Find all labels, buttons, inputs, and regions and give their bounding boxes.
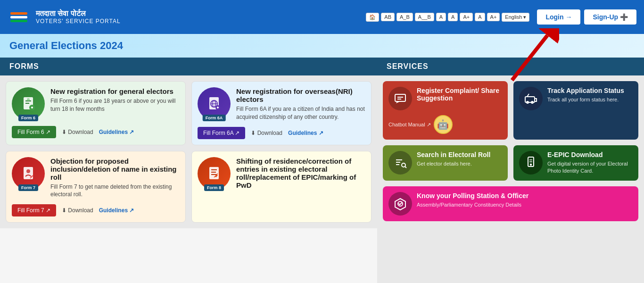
fill-form7-button[interactable]: Fill Form 7 ↗ <box>12 204 56 216</box>
chatbot-note: Chatbot Manual ↗ 🤖 <box>388 115 502 134</box>
svg-rect-19 <box>209 167 219 179</box>
polling-desc: Assembly/Parliamentary Constituency Deta… <box>417 201 528 208</box>
svg-point-34 <box>402 163 405 167</box>
form6-badge: Form 6 <box>18 115 38 121</box>
header-left: मतदाता सेवा पोर्टल VOTERS' SERVICE PORTA… <box>8 6 121 28</box>
forms-section-header: FORMS <box>0 58 377 75</box>
form7-title: Objection for proposed inclusion/deletio… <box>50 157 180 181</box>
form6a-guidelines-link[interactable]: Guidelines ↗ <box>288 130 323 136</box>
hindi-title: मतदाता सेवा पोर्टल <box>36 9 121 18</box>
contrast-btn-3[interactable]: A__B <box>415 13 434 21</box>
epic-desc: Get digital version of your Electoral Ph… <box>547 160 633 175</box>
epic-title: E-EPIC Download <box>547 151 633 158</box>
logo-icon <box>8 6 30 28</box>
svg-line-35 <box>405 166 406 168</box>
track-card[interactable]: Track Application Status Track all your … <box>513 81 638 140</box>
complaint-card[interactable]: Register Complaint/ Share Suggestion Cha… <box>383 81 508 140</box>
form7-icon-wrap: Form 7 <box>12 157 45 190</box>
form6a-download-link[interactable]: ⬇ Download <box>251 130 282 136</box>
forms-section: FORMS <box>0 58 377 283</box>
form6-card-top: Form 6 New registration for general elec… <box>12 87 180 120</box>
font-decrease-btn[interactable]: A+ <box>460 13 473 21</box>
search-icon <box>388 151 412 175</box>
epic-text: E-EPIC Download Get digital version of y… <box>547 151 633 175</box>
form8-card: Form 8 Shifting of residence/correction … <box>191 151 372 223</box>
form8-icon-wrap: Form 8 <box>198 157 231 190</box>
form8-title: Shifting of residence/correction of entr… <box>236 157 365 189</box>
track-desc: Track all your form status here. <box>547 96 624 103</box>
form7-card: Form 7 Objection for proposed inclusion/… <box>6 151 186 223</box>
search-desc: Get elector details here. <box>417 160 490 167</box>
form6-card: Form 6 New registration for general elec… <box>6 81 186 145</box>
form6a-actions: Fill Form 6A ↗ ⬇ Download Guidelines ↗ <box>198 127 365 139</box>
fill-form6a-button[interactable]: Fill Form 6A ↗ <box>198 127 245 139</box>
complaint-icon <box>388 87 412 110</box>
form6a-title: New registration for overseas(NRI) elect… <box>236 87 365 103</box>
form6-desc-block: New registration for general electors Fi… <box>50 87 180 113</box>
form6-icon-wrap: Form 6 <box>12 87 45 120</box>
signup-button[interactable]: Sign-Up ➕ <box>584 9 636 25</box>
epic-icon <box>519 151 543 175</box>
form6a-badge: Form 6A <box>203 115 226 121</box>
font-increase-btn[interactable]: A+ <box>487 13 500 21</box>
contrast-btn-2[interactable]: A_B <box>396 13 413 21</box>
form7-card-top: Form 7 Objection for proposed inclusion/… <box>12 157 180 199</box>
home-icon-btn[interactable]: 🏠 <box>366 13 379 22</box>
track-text: Track Application Status Track all your … <box>547 87 624 103</box>
forms-grid: Form 6 New registration for general elec… <box>0 75 377 228</box>
polling-card[interactable]: Know your Polling Station & Officer Asse… <box>383 186 638 221</box>
login-button[interactable]: Login → <box>537 9 580 25</box>
form7-guidelines-link[interactable]: Guidelines ↗ <box>99 207 134 214</box>
form6a-desc: Fill Form 6A if you are a citizen of Ind… <box>236 105 365 121</box>
font-btn-1[interactable]: A <box>436 13 446 21</box>
font-normal-btn[interactable]: A <box>475 13 485 21</box>
language-selector[interactable]: English ▾ <box>502 13 529 22</box>
form6-desc: Fill Form 6 if you are 18 years or above… <box>50 97 180 113</box>
form6-title: New registration for general electors <box>50 87 180 95</box>
portal-name: मतदाता सेवा पोर्टल VOTERS' SERVICE PORTA… <box>36 9 121 25</box>
banner: General Elections 2024 <box>0 34 644 58</box>
epic-card[interactable]: E-EPIC Download Get digital version of y… <box>513 145 638 181</box>
banner-text: General Elections 2024 <box>9 40 123 52</box>
search-card[interactable]: Search in Electoral Roll Get elector det… <box>383 145 508 181</box>
font-btn-2[interactable]: A <box>448 13 458 21</box>
form7-download-link[interactable]: ⬇ Download <box>62 207 93 214</box>
form6-actions: Fill Form 6 ↗ ⬇ Download Guidelines ↗ <box>12 126 180 138</box>
svg-point-17 <box>26 169 30 173</box>
form7-desc: Fill Form 7 to get name deleted from the… <box>50 183 180 199</box>
fill-form6-button[interactable]: Fill Form 6 ↗ <box>12 126 56 138</box>
form6-guidelines-link[interactable]: Guidelines ↗ <box>99 129 134 135</box>
track-icon <box>519 87 543 110</box>
form8-card-top: Form 8 Shifting of residence/correction … <box>198 157 365 191</box>
form6a-card: Form 6A New registration for overseas(NR… <box>191 81 372 145</box>
form7-actions: Fill Form 7 ↗ ⬇ Download Guidelines ↗ <box>12 204 180 216</box>
search-text: Search in Electoral Roll Get elector det… <box>417 151 490 167</box>
header-right: 🏠 AB A_B A__B A A A+ A A+ English ▾ Logi… <box>366 9 636 25</box>
form8-desc-block: Shifting of residence/correction of entr… <box>236 157 365 191</box>
form6a-icon-wrap: Form 6A <box>198 87 231 120</box>
main-content: FORMS <box>0 58 644 283</box>
search-card-inner: Search in Electoral Roll Get elector det… <box>388 151 502 175</box>
polling-text: Know your Polling Station & Officer Asse… <box>417 192 528 208</box>
polling-icon <box>388 192 412 216</box>
form6-download-link[interactable]: ⬇ Download <box>62 129 93 135</box>
services-grid: Register Complaint/ Share Suggestion Cha… <box>377 75 644 227</box>
chatbot-label[interactable]: Chatbot Manual ↗ <box>388 122 431 128</box>
complaint-text: Register Complaint/ Share Suggestion <box>417 87 502 104</box>
services-section-header: SERVICES <box>377 58 644 75</box>
svg-point-8 <box>27 98 30 101</box>
form8-badge: Form 8 <box>204 184 224 191</box>
form7-desc-block: Objection for proposed inclusion/deletio… <box>50 157 180 199</box>
english-title: VOTERS' SERVICE PORTAL <box>36 18 121 25</box>
contrast-btn-1[interactable]: AB <box>381 13 395 21</box>
chatbot-avatar: 🤖 <box>434 115 453 134</box>
svg-point-29 <box>531 101 534 104</box>
search-title: Search in Electoral Roll <box>417 151 490 158</box>
track-card-inner: Track Application Status Track all your … <box>519 87 633 110</box>
form6a-desc-block: New registration for overseas(NRI) elect… <box>236 87 365 121</box>
form6a-card-top: Form 6A New registration for overseas(NR… <box>198 87 365 121</box>
epic-card-inner: E-EPIC Download Get digital version of y… <box>519 151 633 175</box>
accessibility-bar: 🏠 AB A_B A__B A A A+ A A+ English ▾ <box>366 13 529 22</box>
complaint-title: Register Complaint/ Share Suggestion <box>417 87 502 102</box>
polling-card-inner: Know your Polling Station & Officer Asse… <box>388 192 633 216</box>
